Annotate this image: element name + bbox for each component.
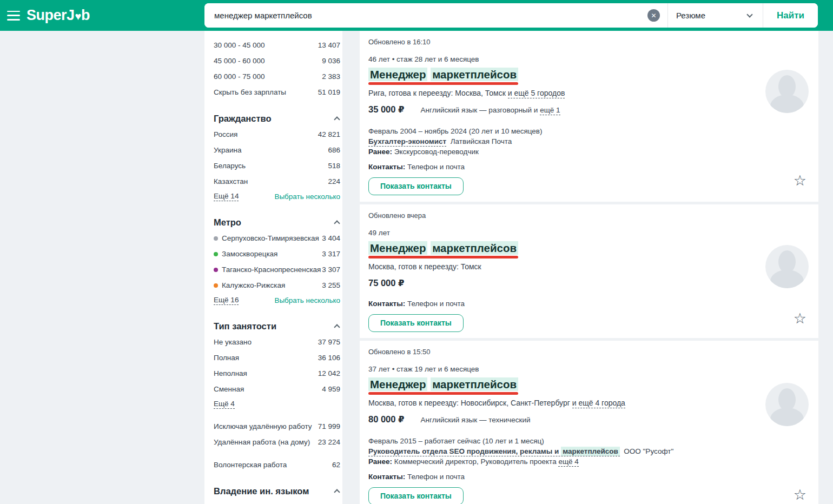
location-line: Москва, готов к переезду: Новосибирск, С… xyxy=(368,399,810,407)
favorite-star-icon[interactable]: ☆ xyxy=(794,174,806,188)
more-cities-link[interactable]: и ещё 4 города xyxy=(572,399,625,408)
metro-more-link[interactable]: Ещё 16 xyxy=(214,296,239,305)
exclude-remote-row[interactable]: Исключая удалённую работу71 999 xyxy=(214,419,340,434)
resume-title-link[interactable]: Менеджер маркетплейсов xyxy=(368,378,518,395)
work-period: Февраль 2015 – работает сейчас (10 лет и… xyxy=(368,436,810,446)
language-section-header[interactable]: Владение ин. языком xyxy=(214,483,340,499)
chevron-up-icon xyxy=(334,324,340,330)
previous-positions: Коммерческий директор, Руководитель прое… xyxy=(394,457,557,466)
employment-filter-row[interactable]: Не указано37 975 xyxy=(214,334,340,350)
salary-filter-row[interactable]: 45 000 - 60 0009 036 xyxy=(214,53,340,69)
title-red-underline xyxy=(368,392,518,395)
company: Латвийская Почта xyxy=(451,137,512,145)
citizenship-filter-row[interactable]: Казахстан224 xyxy=(214,174,340,189)
language-line: Английский язык — технический xyxy=(421,416,531,424)
metro-line-dot xyxy=(214,252,218,256)
chevron-up-icon xyxy=(334,489,340,495)
metro-section-header[interactable]: Метро xyxy=(214,214,340,230)
salary-filter-row[interactable]: 60 000 - 75 0002 383 xyxy=(214,69,340,84)
position-link[interactable]: Руководитель отдела SEO продвижения, рек… xyxy=(368,447,620,456)
avatar xyxy=(765,383,809,426)
contacts-line: Контакты: Телефон и почта xyxy=(368,163,810,171)
title-red-underline xyxy=(368,82,518,85)
experience-block: Февраль 2004 – ноябрь 2024 (20 лет и 10 … xyxy=(368,126,810,157)
metro-line-dot xyxy=(214,268,218,272)
salary-filter-row[interactable]: 30 000 - 45 00013 407 xyxy=(214,37,340,53)
hide-without-salary-row[interactable]: Скрыть без зарплаты51 019 xyxy=(214,84,340,100)
chevron-up-icon xyxy=(334,220,340,226)
citizenship-section-header[interactable]: Гражданство xyxy=(214,110,340,127)
location-line: Москва, готов к переезду: Томск xyxy=(368,262,810,271)
menu-icon[interactable] xyxy=(7,11,20,21)
search-input[interactable] xyxy=(204,3,647,28)
employment-filter-row[interactable]: Полная36 106 xyxy=(214,350,340,366)
metro-select-several-link[interactable]: Выбрать несколько xyxy=(274,296,340,304)
resume-card: Обновлено в 16:10 46 лет • стаж 28 лет и… xyxy=(360,31,818,202)
filters-sidebar: 30 000 - 45 00013 407 45 000 - 60 0009 0… xyxy=(204,31,342,504)
updated-label: Обновлено в 16:10 xyxy=(368,37,810,46)
updated-label: Обновлено вчера xyxy=(368,210,810,220)
clear-search-icon[interactable]: ✕ xyxy=(647,9,660,22)
resume-title-link[interactable]: Менеджер маркетплейсов xyxy=(368,68,518,85)
more-languages-link[interactable]: ещё 1 xyxy=(540,106,560,115)
age-experience: 49 лет xyxy=(368,229,810,237)
contacts-line: Контакты: Телефон и почта xyxy=(368,473,810,481)
location-line: Рига, готова к переезду: Москва, Томск и… xyxy=(368,89,810,97)
language-line: Английский язык — разговорный и ещё 1 xyxy=(421,106,560,114)
avatar xyxy=(765,245,809,288)
citizenship-filter-row[interactable]: Россия42 821 xyxy=(214,127,340,142)
logo[interactable]: SuperJ♥b xyxy=(27,7,90,24)
experience-block: Февраль 2015 – работает сейчас (10 лет и… xyxy=(368,436,810,467)
metro-line-dot xyxy=(214,236,218,241)
show-contacts-button[interactable]: Показать контакты xyxy=(368,177,464,195)
resume-card: Обновлено в 15:50 37 лет • стаж 19 лет и… xyxy=(360,341,818,504)
resume-card: Обновлено вчера 49 лет Менеджер маркетпл… xyxy=(360,204,818,338)
search-submit-button[interactable]: Найти xyxy=(763,3,818,28)
app-header: SuperJ♥b ✕ Резюме Найти xyxy=(0,0,833,31)
metro-filter-row[interactable]: Калужско-Рижская 3 255 xyxy=(214,277,340,293)
chevron-up-icon xyxy=(334,116,340,122)
employment-filter-row[interactable]: Сменная4 959 xyxy=(214,381,340,397)
show-contacts-button[interactable]: Показать контакты xyxy=(368,314,464,332)
more-cities-link[interactable]: и ещё 5 городов xyxy=(508,89,565,98)
metro-filter-row[interactable]: Таганско-Краснопресненская 3 307 xyxy=(214,262,340,277)
citizenship-filter-row[interactable]: Беларусь518 xyxy=(214,158,340,174)
favorite-star-icon[interactable]: ☆ xyxy=(794,488,806,502)
age-experience: 46 лет • стаж 28 лет и 6 месяцев xyxy=(368,55,810,63)
citizenship-filter-row[interactable]: Украина686 xyxy=(214,142,340,158)
citizenship-select-several-link[interactable]: Выбрать несколько xyxy=(274,193,340,201)
company: ООО "Русофт" xyxy=(624,447,673,455)
search-type-select[interactable]: Резюме xyxy=(668,3,763,28)
highlighted-keyword: маркетплейсов xyxy=(561,447,620,456)
metro-filter-row[interactable]: Серпуховско-Тимирязевская 3 404 xyxy=(214,230,340,246)
work-period: Февраль 2004 – ноябрь 2024 (20 лет и 10 … xyxy=(368,126,810,136)
employment-section-header[interactable]: Тип занятости xyxy=(214,318,340,334)
age-experience: 37 лет • стаж 19 лет и 6 месяцев xyxy=(368,365,810,373)
title-red-underline xyxy=(368,256,518,258)
salary: 80 000 ₽ xyxy=(368,414,405,425)
logo-text: b xyxy=(81,7,90,24)
favorite-star-icon[interactable]: ☆ xyxy=(794,311,806,326)
search-type-value: Резюме xyxy=(676,11,705,20)
previous-positions: Экскурсовод-переводчик xyxy=(394,148,479,156)
search-bar: ✕ Резюме Найти xyxy=(204,3,818,28)
citizenship-more-link[interactable]: Ещё 14 xyxy=(214,192,239,201)
resume-title-link[interactable]: Менеджер маркетплейсов xyxy=(368,242,518,258)
salary: 35 000 ₽ xyxy=(368,104,405,115)
chevron-down-icon xyxy=(746,11,752,17)
logo-text: SuperJ xyxy=(27,7,75,24)
heart-icon: ♥ xyxy=(75,10,81,23)
metro-line-dot xyxy=(214,283,218,288)
employment-filter-row[interactable]: Неполная12 042 xyxy=(214,366,340,381)
contacts-line: Контакты: Телефон и почта xyxy=(368,300,810,308)
updated-label: Обновлено в 15:50 xyxy=(368,347,810,356)
avatar xyxy=(765,70,809,113)
position-link[interactable]: Бухгалтер-экономист xyxy=(368,137,446,147)
employment-more-link[interactable]: Ещё 4 xyxy=(214,400,235,409)
more-positions-link[interactable]: ещё 4 xyxy=(558,457,578,467)
metro-filter-row[interactable]: Замоскворецкая 3 317 xyxy=(214,246,340,262)
show-contacts-button[interactable]: Показать контакты xyxy=(368,487,464,504)
remote-work-row[interactable]: Удалённая работа (на дому)23 224 xyxy=(214,434,340,450)
salary: 75 000 ₽ xyxy=(368,278,405,288)
volunteer-work-row[interactable]: Волонтерская работа62 xyxy=(214,457,340,473)
